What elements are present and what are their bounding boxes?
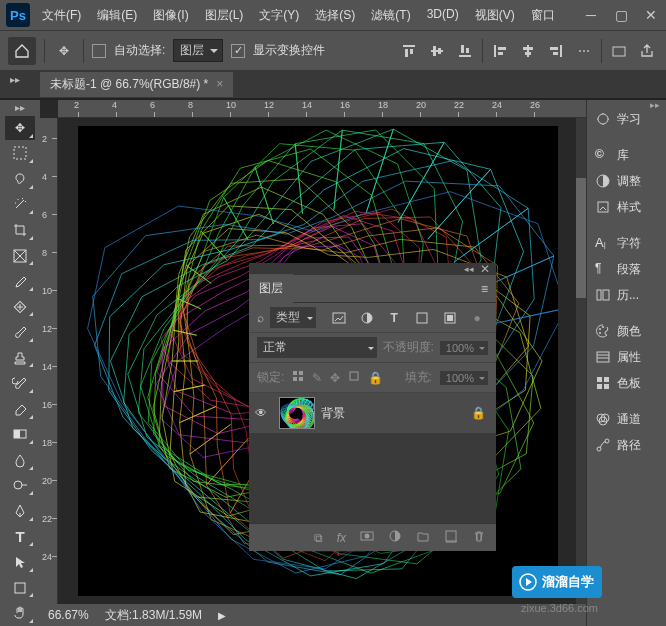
lock-position-icon[interactable]: ✥ bbox=[330, 371, 340, 385]
maximize-button[interactable]: ▢ bbox=[606, 0, 636, 30]
layer-mask-icon[interactable] bbox=[360, 529, 374, 546]
home-button[interactable] bbox=[8, 37, 36, 65]
filter-toggle[interactable]: ● bbox=[466, 307, 488, 329]
minimize-button[interactable]: ─ bbox=[576, 0, 606, 30]
link-layers-icon[interactable]: ⧉ bbox=[314, 531, 323, 545]
panel-paths[interactable]: 路径 bbox=[587, 432, 666, 458]
panel-channels[interactable]: 通道 bbox=[587, 406, 666, 432]
close-button[interactable]: ✕ bbox=[636, 0, 666, 30]
align-more-icon[interactable]: ⋯ bbox=[573, 40, 595, 62]
visibility-toggle[interactable]: 👁 bbox=[249, 406, 273, 420]
crop-tool[interactable] bbox=[5, 218, 35, 242]
vertical-ruler[interactable]: 24681012141618202224 bbox=[40, 118, 58, 604]
panel-libraries[interactable]: ©库 bbox=[587, 142, 666, 168]
info-flyout-icon[interactable]: ▶ bbox=[218, 610, 226, 621]
type-tool[interactable]: T bbox=[5, 525, 35, 549]
align-bottom-icon[interactable] bbox=[454, 40, 476, 62]
layer-thumbnail[interactable] bbox=[279, 397, 315, 429]
search-icon[interactable]: ⌕ bbox=[257, 311, 264, 325]
opacity-value[interactable]: 100% bbox=[440, 341, 488, 355]
history-brush-tool[interactable] bbox=[5, 371, 35, 395]
stamp-tool[interactable] bbox=[5, 346, 35, 370]
menu-file[interactable]: 文件(F) bbox=[36, 3, 87, 28]
layers-tab[interactable]: 图层 bbox=[249, 274, 293, 303]
lock-artboard-icon[interactable] bbox=[348, 370, 360, 385]
brush-tool[interactable] bbox=[5, 320, 35, 344]
panel-close-icon[interactable]: ✕ bbox=[480, 262, 490, 276]
lock-all-icon[interactable]: 🔒 bbox=[368, 371, 383, 385]
layer-fx-icon[interactable]: fx bbox=[337, 531, 346, 545]
filter-adjust-icon[interactable] bbox=[356, 307, 378, 329]
collapse-arrow-icon[interactable]: ▸▸ bbox=[10, 74, 20, 85]
document-tab[interactable]: 未标题-1 @ 66.7%(RGB/8#) * × bbox=[40, 72, 233, 97]
panel-color[interactable]: 颜色 bbox=[587, 318, 666, 344]
close-tab-icon[interactable]: × bbox=[216, 77, 223, 91]
align-top-icon[interactable] bbox=[398, 40, 420, 62]
menu-3d[interactable]: 3D(D) bbox=[421, 3, 465, 28]
menu-window[interactable]: 窗口 bbox=[525, 3, 561, 28]
magic-wand-tool[interactable] bbox=[5, 193, 35, 217]
auto-select-dropdown[interactable]: 图层 bbox=[173, 39, 223, 62]
align-vcenter-icon[interactable] bbox=[426, 40, 448, 62]
toolbar-collapse-icon[interactable]: ▸▸ bbox=[15, 102, 25, 113]
panel-paragraph[interactable]: ¶段落 bbox=[587, 256, 666, 282]
show-transform-checkbox[interactable] bbox=[231, 44, 245, 58]
delete-layer-icon[interactable] bbox=[472, 529, 486, 546]
doc-info-readout[interactable]: 文档:1.83M/1.59M bbox=[105, 607, 202, 624]
filter-image-icon[interactable] bbox=[328, 307, 350, 329]
marquee-tool[interactable] bbox=[5, 142, 35, 166]
dodge-tool[interactable] bbox=[5, 474, 35, 498]
lock-pixels-icon[interactable] bbox=[292, 370, 304, 385]
menu-view[interactable]: 视图(V) bbox=[469, 3, 521, 28]
panel-character[interactable]: A|字符 bbox=[587, 230, 666, 256]
menu-image[interactable]: 图像(I) bbox=[147, 3, 194, 28]
healing-tool[interactable] bbox=[5, 295, 35, 319]
eyedropper-tool[interactable] bbox=[5, 269, 35, 293]
lock-icon[interactable]: 🔒 bbox=[471, 406, 496, 420]
frame-tool[interactable] bbox=[5, 244, 35, 268]
layer-name[interactable]: 背景 bbox=[321, 405, 471, 422]
menu-type[interactable]: 文字(Y) bbox=[253, 3, 305, 28]
filter-type-dropdown[interactable]: 类型 bbox=[270, 307, 316, 328]
align-left-icon[interactable] bbox=[489, 40, 511, 62]
group-icon[interactable] bbox=[416, 529, 430, 546]
auto-select-checkbox[interactable] bbox=[92, 44, 106, 58]
new-layer-icon[interactable] bbox=[444, 529, 458, 546]
panel-adjustments[interactable]: 调整 bbox=[587, 168, 666, 194]
fill-value[interactable]: 100% bbox=[440, 371, 488, 385]
menu-edit[interactable]: 编辑(E) bbox=[91, 3, 143, 28]
menu-select[interactable]: 选择(S) bbox=[309, 3, 361, 28]
path-select-tool[interactable] bbox=[5, 550, 35, 574]
adjustment-layer-icon[interactable] bbox=[388, 529, 402, 546]
pen-tool[interactable] bbox=[5, 499, 35, 523]
panel-collapse-icon[interactable]: ◂◂ bbox=[464, 264, 474, 274]
align-hcenter-icon[interactable] bbox=[517, 40, 539, 62]
panel-properties[interactable]: 属性 bbox=[587, 344, 666, 370]
align-right-icon[interactable] bbox=[545, 40, 567, 62]
filter-shape-icon[interactable] bbox=[411, 307, 433, 329]
filter-type-icon[interactable]: T bbox=[383, 307, 405, 329]
move-tool[interactable]: ✥ bbox=[5, 116, 35, 140]
panel-swatches[interactable]: 色板 bbox=[587, 370, 666, 396]
menu-layer[interactable]: 图层(L) bbox=[199, 3, 250, 28]
panel-styles[interactable]: 样式 bbox=[587, 194, 666, 220]
blur-tool[interactable] bbox=[5, 448, 35, 472]
vertical-scrollbar[interactable] bbox=[576, 118, 586, 604]
zoom-readout[interactable]: 66.67% bbox=[48, 608, 89, 622]
blend-mode-dropdown[interactable]: 正常 bbox=[257, 337, 377, 358]
panel-menu-icon[interactable]: ≡ bbox=[473, 282, 496, 296]
eraser-tool[interactable] bbox=[5, 397, 35, 421]
filter-smart-icon[interactable] bbox=[439, 307, 461, 329]
menu-filter[interactable]: 滤镜(T) bbox=[365, 3, 416, 28]
lock-brush-icon[interactable]: ✎ bbox=[312, 371, 322, 385]
lasso-tool[interactable] bbox=[5, 167, 35, 191]
shape-tool[interactable] bbox=[5, 576, 35, 600]
panel-learn[interactable]: 学习 bbox=[587, 106, 666, 132]
share-icon[interactable] bbox=[636, 40, 658, 62]
hand-tool[interactable] bbox=[5, 601, 35, 625]
layers-panel[interactable]: ◂◂ ✕ 图层 ≡ ⌕ 类型 T ● 正常 不透明度: 100% 锁定: ✎ ✥… bbox=[249, 263, 496, 551]
gradient-tool[interactable] bbox=[5, 423, 35, 447]
horizontal-ruler[interactable]: 2468101214161820222426 bbox=[58, 100, 586, 118]
panel-history[interactable]: 历... bbox=[587, 282, 666, 308]
3d-mode-icon[interactable] bbox=[608, 40, 630, 62]
